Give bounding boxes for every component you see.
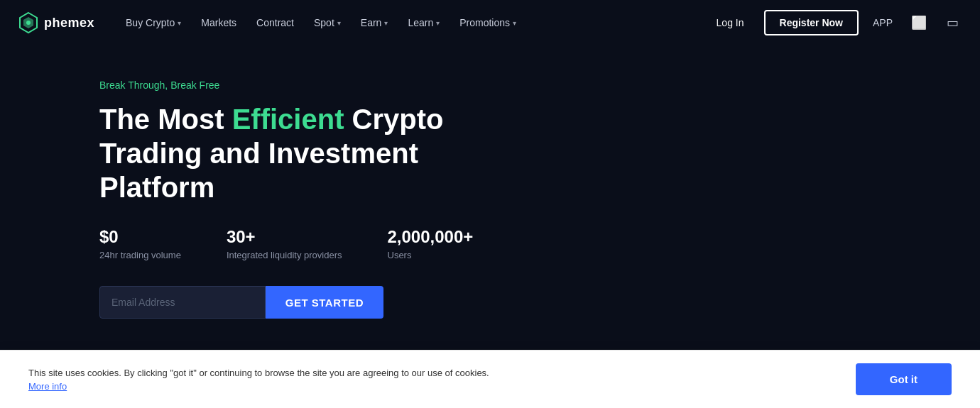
logo-text: phemex [44, 16, 94, 31]
chevron-down-icon: ▾ [384, 19, 388, 27]
get-started-button[interactable]: GET STARTED [266, 286, 383, 319]
chevron-down-icon: ▾ [436, 19, 440, 27]
nav-item-contract[interactable]: Contract [248, 11, 303, 34]
nav-item-earn[interactable]: Earn ▾ [352, 11, 397, 34]
logo-link[interactable]: phemex [17, 11, 94, 34]
cookie-banner: This site uses cookies. By clicking "got… [0, 350, 980, 408]
email-input[interactable] [99, 286, 266, 319]
stat-users: 2,000,000+ Users [388, 227, 474, 260]
chevron-down-icon: ▾ [178, 19, 181, 27]
nav-right: Log In Register Now APP ⬜ ▭ [708, 10, 963, 35]
cookie-message: This site uses cookies. By clicking "got… [28, 366, 489, 380]
stat-trading-volume: $0 24hr trading volume [99, 227, 181, 260]
cookie-got-it-button[interactable]: Got it [856, 363, 952, 395]
hero-cta-form: GET STARTED [99, 286, 383, 319]
nav-item-spot[interactable]: Spot ▾ [305, 11, 349, 34]
register-button[interactable]: Register Now [764, 10, 859, 35]
hero-stats: $0 24hr trading volume 30+ Integrated li… [99, 227, 881, 260]
tablet-icon[interactable]: ⬜ [907, 12, 931, 33]
nav-links: Buy Crypto ▾ Markets Contract Spot ▾ Ear… [117, 11, 708, 34]
chevron-down-icon: ▾ [337, 19, 341, 27]
navbar: phemex Buy Crypto ▾ Markets Contract Spo… [0, 0, 980, 45]
nav-item-markets[interactable]: Markets [192, 11, 245, 34]
hero-tagline: Break Through, Break Free [99, 79, 881, 91]
phemex-logo-icon [17, 11, 40, 34]
stat-liquidity-providers: 30+ Integrated liquidity providers [227, 227, 342, 260]
app-button[interactable]: APP [870, 11, 895, 34]
hero-title: The Most Efficient Crypto Trading and In… [99, 102, 469, 204]
nav-item-buy-crypto[interactable]: Buy Crypto ▾ [117, 11, 190, 34]
mobile-icon[interactable]: ▭ [942, 12, 963, 33]
cookie-text-area: This site uses cookies. By clicking "got… [28, 366, 489, 393]
hero-section: Break Through, Break Free The Most Effic… [0, 45, 980, 353]
nav-item-learn[interactable]: Learn ▾ [399, 11, 448, 34]
chevron-down-icon: ▾ [513, 19, 516, 27]
cookie-more-info-link[interactable]: More info [28, 381, 67, 392]
svg-point-2 [26, 21, 31, 25]
nav-item-promotions[interactable]: Promotions ▾ [451, 11, 525, 34]
login-button[interactable]: Log In [708, 11, 753, 34]
